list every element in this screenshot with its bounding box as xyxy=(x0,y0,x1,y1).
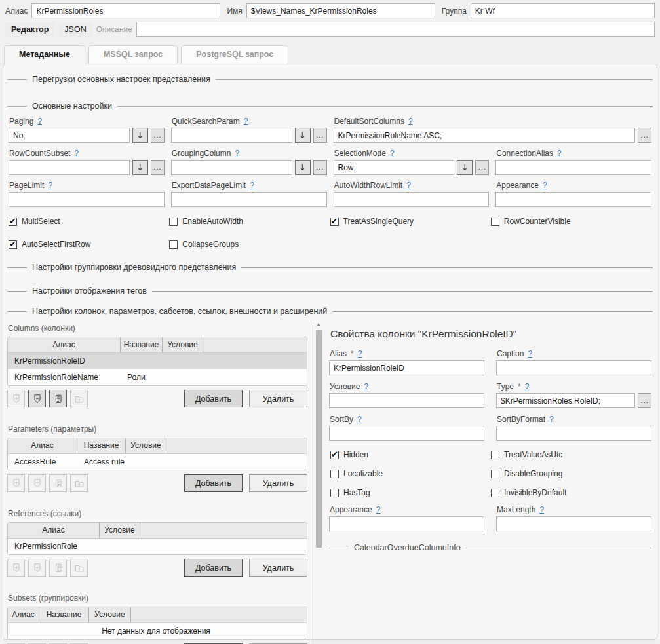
columns-copy-button[interactable] xyxy=(49,390,67,407)
checkbox-box[interactable] xyxy=(9,240,17,249)
name-input[interactable] xyxy=(246,3,435,18)
parameters-shield-minus-button[interactable] xyxy=(28,474,46,492)
auto-width-row-limit-help-link[interactable]: ? xyxy=(406,181,411,190)
checkbox-box[interactable] xyxy=(9,218,17,226)
paging-input[interactable] xyxy=(9,128,130,143)
appearance-help-link[interactable]: ? xyxy=(543,181,547,190)
prop-type-ellipsis-button[interactable]: ... xyxy=(638,393,651,408)
row-count-subset-ellipsis-button[interactable]: ... xyxy=(151,160,165,175)
prop-type-input[interactable] xyxy=(496,393,635,408)
json-toggle-button[interactable]: JSON xyxy=(58,22,92,37)
columns-shield-plus-button[interactable] xyxy=(7,390,25,407)
editor-toggle-button[interactable]: Редактор xyxy=(5,22,54,37)
collapse-groups-checkbox[interactable]: CollapseGroups xyxy=(169,240,330,249)
export-data-page-limit-help-link[interactable]: ? xyxy=(250,181,254,190)
columns-add-button[interactable]: Добавить xyxy=(184,390,243,407)
default-sort-columns-help-link[interactable]: ? xyxy=(408,117,413,126)
paging-help-link[interactable]: ? xyxy=(37,117,42,126)
paging-dropdown-button[interactable]: ↓ xyxy=(132,128,148,143)
table-row[interactable]: KrPermissionRoleID xyxy=(8,353,307,369)
hidden-checkbox[interactable]: Hidden xyxy=(330,450,491,459)
paging-ellipsis-button[interactable]: ... xyxy=(151,128,165,143)
prop-maxlength-help-link[interactable]: ? xyxy=(539,505,544,514)
columns-export-button[interactable] xyxy=(70,390,88,407)
quick-search-param-input[interactable] xyxy=(171,128,292,143)
disable-grouping-checkbox[interactable]: DisableGrouping xyxy=(491,469,651,478)
checkbox-box[interactable] xyxy=(330,489,339,497)
scrollbar-thumb[interactable] xyxy=(316,330,322,548)
checkbox-box[interactable] xyxy=(169,240,178,249)
default-sort-columns-input[interactable] xyxy=(334,128,636,143)
auto-width-row-limit-input[interactable] xyxy=(334,192,490,207)
references-remove-button[interactable]: Удалить xyxy=(249,559,307,577)
checkbox-box[interactable] xyxy=(491,451,499,459)
parameters-shield-plus-button[interactable] xyxy=(7,474,25,492)
table-row[interactable]: KrPermissionRole xyxy=(8,539,307,554)
parameters-remove-button[interactable]: Удалить xyxy=(249,474,307,492)
parameters-add-button[interactable]: Добавить xyxy=(184,474,243,492)
quick-search-param-ellipsis-button[interactable]: ... xyxy=(313,128,327,143)
prop-sortbyformat-help-link[interactable]: ? xyxy=(549,415,554,424)
scrollbar[interactable]: ▲ ▼ xyxy=(313,318,324,644)
export-data-page-limit-input[interactable] xyxy=(171,192,327,207)
selection-mode-input[interactable] xyxy=(334,160,455,175)
prop-type-help-link[interactable]: ? xyxy=(525,382,530,391)
default-sort-columns-ellipsis-button[interactable]: ... xyxy=(638,128,651,143)
grouping-column-ellipsis-button[interactable]: ... xyxy=(313,160,327,175)
prop-appearance-help-link[interactable]: ? xyxy=(376,505,381,514)
checkbox-box[interactable] xyxy=(330,470,339,478)
row-count-subset-input[interactable] xyxy=(9,160,130,175)
row-count-subset-help-link[interactable]: ? xyxy=(74,149,79,158)
prop-alias-input[interactable] xyxy=(329,360,484,375)
row-count-subset-dropdown-button[interactable]: ↓ xyxy=(132,160,148,175)
parameters-export-button[interactable] xyxy=(70,474,88,492)
prop-sortby-help-link[interactable]: ? xyxy=(357,415,362,424)
checkbox-box[interactable] xyxy=(330,218,339,226)
checkbox-box[interactable] xyxy=(330,451,339,459)
prop-alias-help-link[interactable]: ? xyxy=(358,349,362,358)
enable-auto-width-checkbox[interactable]: EnableAutoWidth xyxy=(169,217,330,226)
columns-remove-button[interactable]: Удалить xyxy=(249,390,307,407)
references-export-button[interactable] xyxy=(70,559,88,577)
tab-mssql-query[interactable]: MSSQL запрос xyxy=(88,45,178,64)
checkbox-box[interactable] xyxy=(169,218,178,226)
prop-caption-input[interactable] xyxy=(496,360,651,375)
prop-condition-help-link[interactable]: ? xyxy=(364,382,368,391)
treat-as-single-query-checkbox[interactable]: TreatAsSingleQuery xyxy=(330,217,491,226)
prop-maxlength-input[interactable] xyxy=(496,516,651,531)
page-limit-help-link[interactable]: ? xyxy=(48,181,52,190)
alias-input[interactable] xyxy=(31,3,220,18)
scroll-up-button[interactable]: ▲ xyxy=(317,321,321,328)
references-shield-plus-button[interactable] xyxy=(7,559,25,577)
checkbox-box[interactable] xyxy=(491,470,499,478)
prop-sortbyformat-input[interactable] xyxy=(496,426,651,441)
selection-mode-dropdown-button[interactable]: ↓ xyxy=(457,160,473,175)
prop-caption-help-link[interactable]: ? xyxy=(528,349,532,358)
parameters-copy-button[interactable] xyxy=(49,474,67,492)
prop-condition-input[interactable] xyxy=(329,393,484,408)
row-counter-visible-checkbox[interactable]: RowCounterVisible xyxy=(491,217,651,226)
grouping-column-help-link[interactable]: ? xyxy=(235,149,239,158)
table-row[interactable]: KrPermissionRoleName Роли xyxy=(8,369,307,385)
appearance-input[interactable] xyxy=(495,192,651,207)
localizable-checkbox[interactable]: Localizable xyxy=(330,469,491,478)
quick-search-param-help-link[interactable]: ? xyxy=(244,117,248,126)
multiselect-checkbox[interactable]: MultiSelect xyxy=(9,217,169,226)
quick-search-param-dropdown-button[interactable]: ↓ xyxy=(295,128,311,143)
selection-mode-ellipsis-button[interactable]: ... xyxy=(475,160,489,175)
page-limit-input[interactable] xyxy=(9,192,165,207)
tab-postgresql-query[interactable]: PostgreSQL запрос xyxy=(181,45,288,64)
has-tag-checkbox[interactable]: HasTag xyxy=(330,488,491,497)
description-input[interactable] xyxy=(136,22,655,37)
checkbox-box[interactable] xyxy=(491,489,499,497)
group-input[interactable] xyxy=(471,3,655,18)
treat-value-as-utc-checkbox[interactable]: TreatValueAsUtc xyxy=(491,450,651,459)
references-add-button[interactable]: Добавить xyxy=(184,559,243,577)
connection-alias-help-link[interactable]: ? xyxy=(557,149,562,158)
prop-sortby-input[interactable] xyxy=(329,426,484,441)
prop-appearance-input[interactable] xyxy=(329,516,484,531)
references-shield-minus-button[interactable] xyxy=(28,559,46,577)
references-copy-button[interactable] xyxy=(49,559,67,577)
checkbox-box[interactable] xyxy=(491,218,499,226)
auto-select-first-row-checkbox[interactable]: AutoSelectFirstRow xyxy=(9,240,169,249)
